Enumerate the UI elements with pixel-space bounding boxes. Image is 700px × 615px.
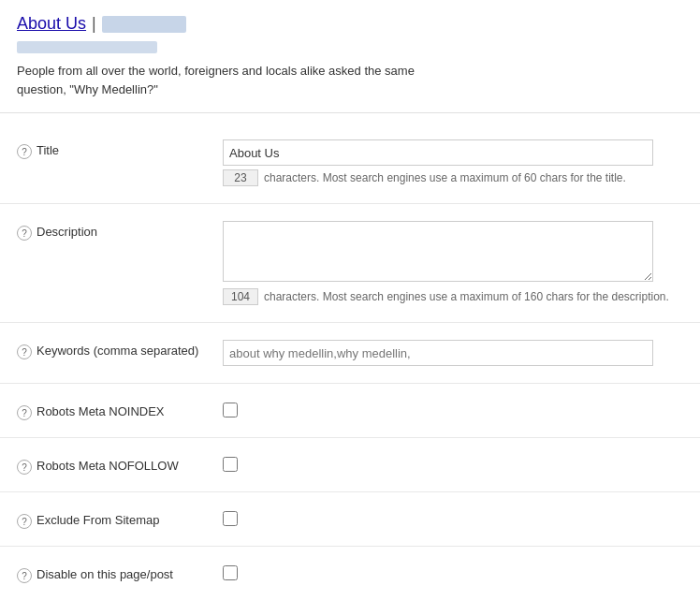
keywords-label-cell: ? Keywords (comma separated) <box>17 340 223 359</box>
description-textarea[interactable] <box>223 221 653 282</box>
robots-noindex-input-cell <box>223 401 683 420</box>
keywords-row: ? Keywords (comma separated) <box>0 323 700 384</box>
description-char-hint: characters. Most search engines use a ma… <box>264 290 669 303</box>
description-char-count: 104 <box>223 288 258 305</box>
title-char-hint: characters. Most search engines use a ma… <box>264 171 626 184</box>
title-row: ? Title 23 characters. Most search engin… <box>0 123 700 204</box>
robots-nofollow-checkbox[interactable] <box>223 457 238 472</box>
exclude-sitemap-help-icon[interactable]: ? <box>17 514 32 529</box>
preview-url-blurred <box>17 41 157 53</box>
title-label-cell: ? Title <box>17 139 223 159</box>
disable-page-help-icon[interactable]: ? <box>17 568 32 583</box>
preview-separator: | <box>92 14 96 34</box>
description-input-cell: 104 characters. Most search engines use … <box>223 221 683 305</box>
disable-page-row: ? Disable on this page/post <box>0 547 700 600</box>
keywords-help-icon[interactable]: ? <box>17 344 32 359</box>
robots-nofollow-label-cell: ? Robots Meta NOFOLLOW <box>17 455 223 475</box>
disable-page-label: Disable on this page/post <box>36 567 173 581</box>
preview-url-row <box>17 41 683 56</box>
preview-site-name-blurred <box>102 16 186 33</box>
exclude-sitemap-label: Exclude From Sitemap <box>36 513 160 527</box>
robots-noindex-row: ? Robots Meta NOINDEX <box>0 384 700 438</box>
disable-page-checkbox[interactable] <box>223 565 238 580</box>
description-help-icon[interactable]: ? <box>17 226 32 241</box>
exclude-sitemap-row: ? Exclude From Sitemap <box>0 492 700 547</box>
robots-nofollow-input-cell <box>223 455 683 475</box>
robots-nofollow-help-icon[interactable]: ? <box>17 460 32 475</box>
keywords-input-cell <box>223 340 683 366</box>
disable-page-input-cell <box>223 564 683 583</box>
preview-section: About Us | People from all over the worl… <box>0 0 700 113</box>
disable-page-label-cell: ? Disable on this page/post <box>17 564 223 583</box>
robots-noindex-label: Robots Meta NOINDEX <box>36 404 165 418</box>
preview-title-row: About Us | <box>17 14 683 34</box>
preview-description-text: People from all over the world, foreigne… <box>17 62 466 98</box>
title-char-count-row: 23 characters. Most search engines use a… <box>223 169 683 186</box>
title-char-count: 23 <box>223 169 258 186</box>
preview-page-title: About Us <box>17 14 86 34</box>
exclude-sitemap-label-cell: ? Exclude From Sitemap <box>17 509 223 529</box>
robots-nofollow-label: Robots Meta NOFOLLOW <box>36 459 179 473</box>
exclude-sitemap-input-cell <box>223 509 683 529</box>
title-label: Title <box>36 143 59 157</box>
robots-noindex-label-cell: ? Robots Meta NOINDEX <box>17 401 223 420</box>
robots-nofollow-row: ? Robots Meta NOFOLLOW <box>0 438 700 492</box>
robots-noindex-checkbox[interactable] <box>223 403 238 417</box>
description-label-cell: ? Description <box>17 221 223 241</box>
title-input-cell: 23 characters. Most search engines use a… <box>223 139 683 186</box>
title-help-icon[interactable]: ? <box>17 144 32 159</box>
description-row: ? Description 104 characters. Most searc… <box>0 204 700 323</box>
title-input[interactable] <box>223 139 653 166</box>
exclude-sitemap-checkbox[interactable] <box>223 511 238 526</box>
description-char-count-row: 104 characters. Most search engines use … <box>223 288 683 305</box>
robots-noindex-help-icon[interactable]: ? <box>17 405 32 420</box>
page-wrapper: About Us | People from all over the worl… <box>0 0 700 615</box>
description-label: Description <box>36 225 97 239</box>
keywords-input[interactable] <box>223 340 653 366</box>
keywords-label: Keywords (comma separated) <box>36 344 198 358</box>
seo-form: ? Title 23 characters. Most search engin… <box>0 113 700 609</box>
